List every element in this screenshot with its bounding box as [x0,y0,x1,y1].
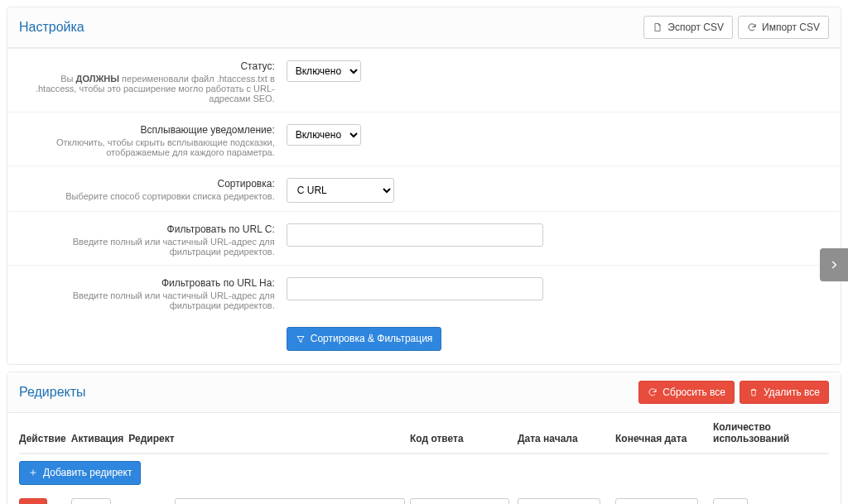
export-csv-button[interactable]: Эспорт CSV [643,16,733,39]
plus-icon [28,468,38,478]
col-uses: Количество использований [713,413,829,454]
add-redirect-label: Добавить редирект [43,467,132,478]
redirects-panel-heading: Редиректы Сбросить все Удалить все [7,372,841,413]
sort-label: Сортировка: [19,178,275,190]
settings-panel: Настройка Эспорт CSV Импорт CSV Статус: … [7,7,841,365]
filter-to-input[interactable] [287,277,543,300]
col-redirect: Редирект [128,413,410,454]
chevron-right-icon [828,259,840,271]
popup-select[interactable]: Включено [287,124,361,146]
import-csv-label: Импорт CSV [762,22,820,33]
col-action: Действие [19,413,71,454]
filter-from-help: Введите полный или частичный URL-адрес д… [19,237,275,257]
sort-help: Выберите способ сортировки списка редире… [19,191,275,201]
file-icon [653,22,662,32]
trash-icon [749,387,759,397]
add-redirect-button[interactable]: Добавить редирект [19,461,141,484]
popup-help: Отключить, чтобы скрыть всплывающие подс… [19,137,275,157]
settings-title: Настройка [19,20,84,35]
refresh-icon [747,22,757,32]
filter-from-input[interactable] [287,223,543,247]
delete-all-label: Удалить все [764,386,820,398]
redirects-panel: Редиректы Сбросить все Удалить все [7,372,841,504]
filter-to-label: Фильтровать по URL На: [19,277,275,289]
row-filter-from: Фильтровать по URL C: Введите полный или… [7,211,841,265]
apply-row: Сортировка & Фильтрация [7,319,841,363]
activation-select[interactable]: Да [71,498,111,504]
date-end-input[interactable] [615,498,698,504]
from-url-input[interactable] [175,498,405,504]
col-date-start: Дата начала [518,413,615,454]
delete-row-button[interactable] [19,498,47,504]
redirects-title: Редиректы [19,385,86,400]
response-code-select[interactable]: 301 Moved Permanently [410,498,509,504]
status-help-bold: ДОЛЖНЫ [76,74,120,84]
reset-all-label: Сбросить все [662,386,725,398]
export-csv-label: Эспорт CSV [667,22,724,33]
settings-actions: Эспорт CSV Импорт CSV [643,16,829,39]
filter-to-help: Введите полный или частичный URL-адрес д… [19,290,275,310]
row-filter-to: Фильтровать по URL На: Введите полный ил… [7,265,841,319]
row-status: Статус: Вы ДОЛЖНЫ переименовали файл .ht… [7,48,841,112]
apply-filter-button[interactable]: Сортировка & Фильтрация [287,327,442,350]
row-popup: Всплывающие уведомление: Отключить, чтоб… [7,112,841,166]
col-activation: Активация [71,413,129,454]
col-response: Код ответа [410,413,518,454]
apply-filter-label: Сортировка & Фильтрация [311,333,433,344]
redirects-actions: Сбросить все Удалить все [638,381,829,404]
delete-all-button[interactable]: Удалить все [740,381,829,404]
col-date-end: Конечная дата [615,413,713,454]
table-row: Да C URL: На URL: 301 Moved Permanen [19,492,829,504]
reset-all-button[interactable]: Сбросить все [638,381,735,404]
redirects-table: Действие Активация Редирект Код ответа Д… [19,413,829,504]
date-start-input[interactable] [518,498,600,504]
status-help-prefix: Вы [60,74,75,84]
status-help: Вы ДОЛЖНЫ переименовали файл .htaccess.t… [19,74,275,103]
status-label: Статус: [19,60,275,72]
filter-from-label: Фильтровать по URL C: [19,223,275,235]
row-sort: Сортировка: Выберите способ сортировки с… [7,166,841,211]
filter-icon [296,334,306,344]
side-drawer-toggle[interactable] [820,248,848,281]
uses-input[interactable] [713,498,748,504]
settings-panel-heading: Настройка Эспорт CSV Импорт CSV [7,7,841,48]
popup-label: Всплывающие уведомление: [19,124,275,136]
status-select[interactable]: Включено [287,60,361,82]
import-csv-button[interactable]: Импорт CSV [738,16,829,39]
sort-select[interactable]: C URL [287,178,394,203]
refresh-icon [648,387,658,397]
